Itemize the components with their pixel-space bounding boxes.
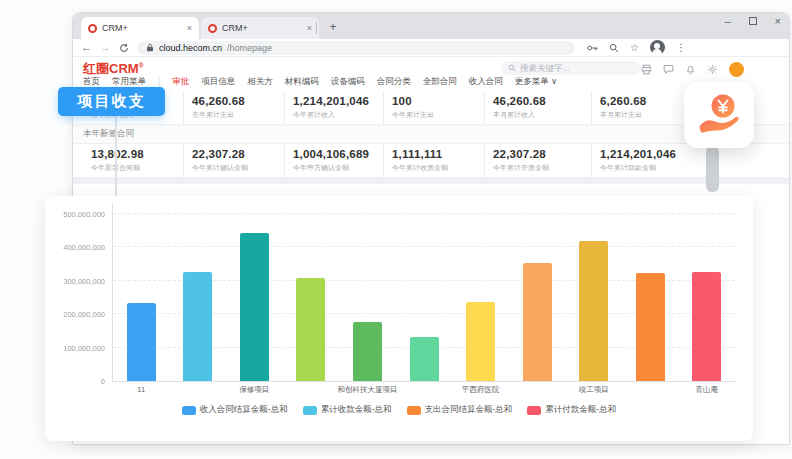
chart-card: 500,000,000400,000,000300,000,000200,000… (45, 196, 753, 441)
screenshot-stage: CRM+ × CRM+ × + – × ← → (0, 0, 792, 459)
nav-item-equipment-code[interactable]: 设备编码 (331, 76, 365, 88)
tab-strip: CRM+ × CRM+ × + – × (73, 13, 789, 39)
metrics-row-1: 23,820.79 去年累计收入 46,260.68 去年累计支出 1,214,… (73, 91, 789, 124)
padlock-icon (146, 43, 154, 52)
bar-slot: 平西府医院 (452, 204, 509, 381)
tab-title: CRM+ (102, 23, 182, 33)
nav-item-all-contracts[interactable]: 全部合同 (423, 76, 457, 88)
window-controls: – × (724, 15, 781, 27)
metric-value: 6,260.68 (600, 95, 695, 107)
nav-item-more-menu[interactable]: 更多菜单 ∨ (515, 76, 558, 88)
x-axis-label: 青山庵 (695, 385, 718, 395)
scrollbar-thumb[interactable] (706, 146, 719, 192)
bar[interactable] (579, 241, 608, 381)
y-tick-label: 400,000,000 (45, 243, 105, 252)
x-axis-label: 11 (137, 385, 145, 394)
metrics-row-2: 13,802.98 今年新签合同额 22,307.28 今年累计确认金额 1,0… (73, 144, 789, 177)
search-icon (508, 64, 516, 72)
new-tab-button[interactable]: + (325, 20, 341, 36)
profile-avatar-icon[interactable] (650, 40, 665, 55)
nav-item-project-info[interactable]: 项目信息 (201, 76, 235, 88)
metric-value: 13,802.98 (91, 148, 183, 160)
metric-label: 今年累计确认金额 (192, 163, 284, 173)
key-icon[interactable] (587, 44, 598, 52)
close-button[interactable]: × (775, 15, 781, 27)
bar-slot: 保修项目 (226, 204, 283, 381)
bar[interactable] (353, 322, 382, 381)
metric-this-month-income: 46,260.68 本月累计收入 (484, 91, 591, 124)
app-search[interactable] (501, 61, 641, 75)
metric-confirmed-amount: 22,307.28 今年累计确认金额 (183, 144, 284, 177)
nav-item-contract-category[interactable]: 合同分类 (377, 76, 411, 88)
crm-favicon (208, 24, 217, 33)
bar[interactable] (410, 337, 439, 381)
bar[interactable] (523, 263, 552, 381)
address-bar: ← → cloud.hecom.cn/homepage ☆ ⋮ (73, 39, 789, 57)
search-input[interactable] (520, 63, 630, 73)
legend-item[interactable]: 累计收款金额-总和 (303, 404, 392, 416)
metric-this-year-expense: 100 今年累计支出 (383, 91, 484, 124)
bar[interactable] (466, 302, 495, 381)
search-lens-icon[interactable] (609, 43, 619, 53)
bar[interactable] (636, 273, 665, 381)
bar[interactable] (240, 233, 269, 381)
metric-label: 去年累计支出 (192, 110, 284, 120)
url-bar[interactable]: cloud.hecom.cn/homepage (137, 41, 575, 55)
crm-favicon (88, 24, 97, 33)
bar[interactable] (127, 303, 156, 381)
nav-item-approval[interactable]: 审批 (172, 76, 189, 88)
bar-slot (509, 204, 566, 381)
tab-divider (316, 22, 317, 34)
minimize-button[interactable]: – (724, 15, 730, 27)
metric-invoice-received-amount: 1,111,111 今年累计收票金额 (383, 144, 484, 177)
metric-value: 46,260.68 (192, 95, 284, 107)
browser-tab-2[interactable]: CRM+ × (201, 17, 319, 39)
metric-invoice-issued-amount: 22,307.28 今年累计开票金额 (484, 144, 591, 177)
legend-item[interactable]: 累计付款金额-总和 (527, 404, 616, 416)
nav-item-related-party[interactable]: 相关方 (247, 76, 273, 88)
nav-item-income-contracts[interactable]: 收入合同 (469, 76, 503, 88)
tab-close-icon[interactable]: × (307, 23, 312, 33)
section-title: 本年新签合同 (73, 124, 789, 144)
metric-value: 1,111,111 (392, 148, 484, 160)
back-icon[interactable]: ← (81, 42, 92, 53)
legend-swatch (527, 406, 541, 415)
browser-tab-1[interactable]: CRM+ × (81, 17, 199, 39)
nav-item-material-code[interactable]: 材料编码 (285, 76, 319, 88)
x-axis-label: 和创科技大厦项目 (337, 385, 397, 395)
metric-value: 46,260.68 (493, 95, 591, 107)
badge-connector-line (115, 116, 117, 196)
gear-icon[interactable] (707, 64, 718, 75)
x-axis-label: 竣工项目 (579, 385, 609, 395)
legend-item[interactable]: 收入合同结算金额-总和 (182, 404, 288, 416)
bar-slot (283, 204, 340, 381)
bar-slot (170, 204, 227, 381)
metric-label: 今年累计回款金额 (600, 163, 695, 173)
forward-icon[interactable]: → (100, 42, 111, 53)
bar[interactable] (296, 278, 325, 381)
metric-label: 今年新签合同额 (91, 163, 183, 173)
project-income-expense-badge[interactable]: 项目收支 (58, 87, 165, 116)
bar[interactable] (183, 272, 212, 381)
bookmark-star-icon[interactable]: ☆ (630, 43, 639, 53)
metric-new-contract-amount: 13,802.98 今年新签合同额 (83, 144, 183, 177)
plot-area: 11保修项目和创科技大厦项目平西府医院竣工项目青山庵 (112, 204, 735, 382)
legend-item[interactable]: 支出合同结算金额-总和 (407, 404, 513, 416)
bar-slot: 和创科技大厦项目 (339, 204, 396, 381)
legend-label: 收入合同结算金额-总和 (200, 404, 288, 416)
metric-label: 今年累计收入 (293, 110, 383, 120)
bell-icon[interactable] (685, 64, 696, 75)
user-avatar[interactable] (729, 62, 744, 77)
maximize-button[interactable] (749, 17, 757, 25)
legend-swatch (407, 406, 421, 415)
print-icon[interactable] (641, 64, 652, 75)
bar[interactable] (692, 272, 721, 381)
logo-registered-mark: ® (139, 62, 144, 69)
addressbar-icons: ☆ ⋮ (587, 40, 686, 55)
browser-menu-icon[interactable]: ⋮ (676, 43, 686, 53)
reload-icon[interactable] (119, 39, 129, 57)
message-icon[interactable] (663, 64, 674, 75)
metric-value: 22,307.28 (493, 148, 591, 160)
bar-slot (622, 204, 679, 381)
tab-close-icon[interactable]: × (187, 23, 192, 33)
